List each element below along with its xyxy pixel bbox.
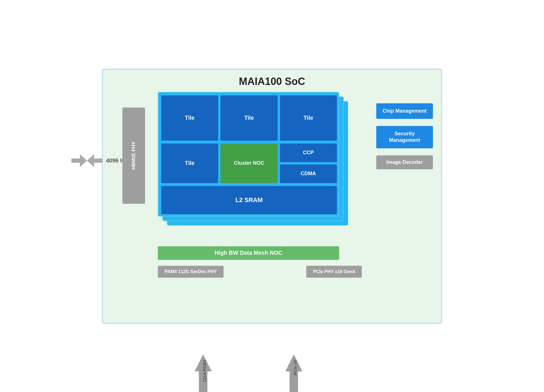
svg-marker-5 xyxy=(285,380,302,392)
mid-row: Tile Cluster NOC CCP CDMA xyxy=(158,142,340,185)
pam4-phy-block: PAM4 112G SerDes PHY xyxy=(158,266,224,278)
tile-2: Tile xyxy=(220,95,277,141)
svg-marker-0 xyxy=(71,154,87,167)
pam4-label: 12x4 PAM4 xyxy=(202,360,207,382)
l2-sram-cell: L2 SRAM xyxy=(161,186,337,214)
hbm-label: HBM2E PHY xyxy=(131,142,137,170)
cluster-area: Tile Tile Tile Tile Cluster NOC CCP CDMA xyxy=(158,92,362,239)
security-management-block: Security Management xyxy=(376,126,433,148)
right-side-blocks: Chip Management Security Management Imag… xyxy=(376,103,433,169)
svg-marker-1 xyxy=(87,154,103,167)
bottom-arrows-container: 12x4 PAM4 PCIe x8 xyxy=(158,354,339,382)
pcie-label: PCIe x8 xyxy=(293,360,298,375)
cluster-noc-cell: Cluster NOC xyxy=(220,143,277,183)
io-arrow: 4096 IO xyxy=(71,153,126,168)
layer-front: Tile Tile Tile Tile Cluster NOC CCP CDMA xyxy=(158,92,339,217)
cdma-cell: CDMA xyxy=(280,164,337,183)
tile-4: Tile xyxy=(161,143,218,183)
diagram-wrapper: MAIA100 SoC 4096 IO HBM2E PHY Chip Manag… xyxy=(92,62,452,331)
ccp-cell: CCP xyxy=(280,143,337,162)
pam4-arrow-group: 12x4 PAM4 xyxy=(192,354,214,382)
image-decoder-block: Image Decoder xyxy=(376,155,433,169)
tile-3: Tile xyxy=(280,95,337,141)
mesh-noc: High BW Data Mesh NOC xyxy=(158,246,339,260)
pcie-phy-block: PCIe PHY x16 Gen4 xyxy=(306,266,362,278)
tile-row: Tile Tile Tile xyxy=(158,93,340,142)
io-arrow-icon xyxy=(71,153,103,168)
soc-title: MAIA100 SoC xyxy=(103,69,441,87)
hbm-block: HBM2E PHY xyxy=(122,108,145,204)
l2-row: L2 SRAM xyxy=(158,185,340,217)
chip-management-block: Chip Management xyxy=(376,103,433,119)
pcie-arrow-group: PCIe x8 xyxy=(282,354,305,375)
soc-outer-box: MAIA100 SoC 4096 IO HBM2E PHY Chip Manag… xyxy=(102,69,442,324)
tile-1: Tile xyxy=(161,95,218,141)
right-col: CCP CDMA xyxy=(280,143,337,183)
cluster-grid: Tile Tile Tile Tile Cluster NOC CCP CDMA xyxy=(158,93,340,217)
bottom-phy-blocks: PAM4 112G SerDes PHY PCIe PHY x16 Gen4 xyxy=(158,266,362,278)
